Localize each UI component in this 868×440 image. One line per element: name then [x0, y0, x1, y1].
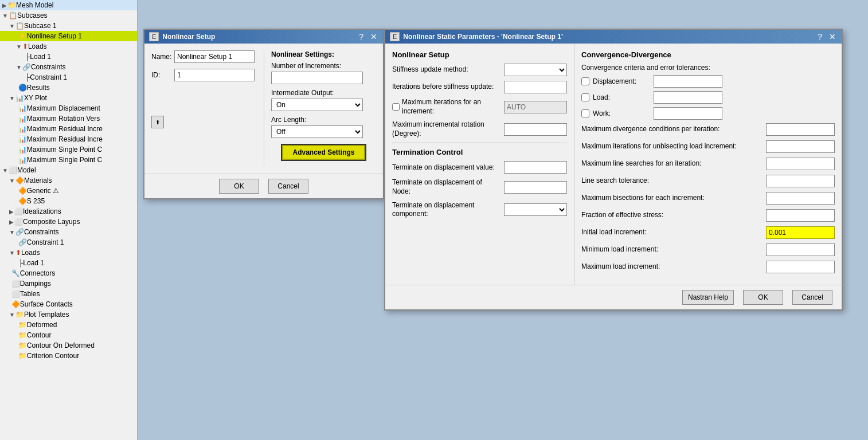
cancel-button-large[interactable]: Cancel [792, 290, 832, 305]
sidebar-item-constraints-main[interactable]: ▼ 🔗 Constraints [0, 227, 137, 237]
load-label: Load: [593, 93, 650, 101]
name-input[interactable] [174, 50, 255, 63]
displacement-checkbox[interactable] [581, 77, 589, 85]
terminate-disp-value-input[interactable] [504, 161, 567, 174]
minimum-load-increment-input[interactable] [766, 243, 835, 256]
sidebar-item-load1[interactable]: ├ Load 1 [0, 52, 137, 62]
material-icon: 🔶 [18, 197, 27, 205]
expand-icon [16, 188, 18, 194]
work-checkbox[interactable] [581, 109, 589, 117]
sidebar-item-nonlinear-setup[interactable]: ⚡ Nonlinear Setup 1 [0, 31, 137, 41]
close-button-large[interactable]: ✕ [828, 32, 837, 41]
fraction-effective-input[interactable] [766, 209, 835, 222]
sidebar-item-s235[interactable]: 🔶 S 235 [0, 196, 137, 206]
sidebar-item-max-spt1[interactable]: 📊 Maximum Single Point C [0, 144, 137, 155]
dialog-nonlinear-static: E Nonlinear Static Parameters - 'Nonline… [384, 29, 843, 311]
sidebar-item-subcase1[interactable]: ▼ 📋 Subcase 1 [0, 21, 137, 31]
sidebar-item-materials[interactable]: ▼ 🔶 Materials [0, 175, 137, 186]
sidebar-item-label: Constraint 1 [27, 238, 64, 246]
expand-icon: ▼ [9, 23, 15, 29]
maximum-load-increment-label: Maximum load increment: [581, 262, 763, 272]
sidebar-item-surface-contacts[interactable]: 🔶 Surface Contacts [0, 299, 137, 309]
chart-icon: 📊 [18, 115, 27, 123]
sidebar-item-constraint-main[interactable]: 🔗 Constraint 1 [0, 237, 137, 247]
max-iterations-input[interactable] [504, 101, 567, 113]
sidebar-item-composite[interactable]: ▶ ⬜ Composite Layups [0, 217, 137, 227]
loads-icon: ⬆ [22, 42, 28, 50]
displacement-input[interactable] [654, 75, 722, 88]
sidebar-item-max-disp[interactable]: 📊 Maximum Displacement [0, 103, 137, 113]
work-input[interactable] [654, 107, 722, 120]
max-iter-unbisect-input[interactable] [766, 140, 835, 153]
ok-button-small[interactable]: OK [219, 179, 259, 194]
terminate-disp-component-select[interactable] [504, 203, 567, 216]
collapse-area: ⬆ [151, 116, 255, 128]
max-rotation-input[interactable] [504, 123, 567, 136]
constraint-icon: 🔗 [15, 228, 24, 236]
sidebar-item-max-rotation[interactable]: 📊 Maximum Rotation Vers [0, 113, 137, 124]
sidebar-item-contour-deformed[interactable]: 📁 Contour On Deformed [0, 340, 137, 351]
id-input[interactable] [174, 69, 255, 81]
left-form: Name: ID: ⬆ [151, 50, 255, 167]
sidebar-item-max-spt2[interactable]: 📊 Maximum Single Point C [0, 155, 137, 165]
sidebar-item-criterion-contour[interactable]: 📁 Criterion Contour [0, 351, 137, 361]
load-checkbox[interactable] [581, 93, 589, 101]
advanced-settings-button[interactable]: Advanced Settings [282, 145, 365, 160]
sidebar-item-contour[interactable]: 📁 Contour [0, 330, 137, 340]
sidebar-item-constraint1[interactable]: ├ Constraint 1 [0, 72, 137, 82]
arc-length-select[interactable]: Off On [271, 125, 363, 138]
sidebar-item-max-res2[interactable]: 📊 Maximum Residual Incre [0, 134, 137, 144]
sidebar-item-xyplot[interactable]: ▼ 📊 XY Plot [0, 93, 137, 103]
sidebar-item-loads-main[interactable]: ▼ ⬆ Loads [0, 247, 137, 258]
sidebar-item-constraints-sub[interactable]: ▼ 🔗 Constraints [0, 62, 137, 72]
intermediate-output-select[interactable]: On Off [271, 99, 363, 111]
help-button-large[interactable]: ? [816, 32, 823, 41]
sidebar-item-results[interactable]: 🔵 Results [0, 82, 137, 93]
collapse-button[interactable]: ⬆ [151, 116, 164, 128]
num-increments-input[interactable] [271, 72, 363, 84]
help-button-small[interactable]: ? [358, 32, 365, 41]
cancel-button-small[interactable]: Cancel [268, 179, 308, 194]
sidebar-item-max-res1[interactable]: 📊 Maximum Residual Incre [0, 124, 137, 134]
sidebar-item-generic[interactable]: 🔶 Generic ⚠ [0, 186, 137, 196]
load-input[interactable] [654, 91, 722, 104]
iterations-before-input[interactable] [504, 81, 567, 93]
expand-icon [16, 85, 18, 91]
expand-icon [16, 343, 18, 349]
stiffness-update-select[interactable] [504, 64, 567, 76]
sidebar-item-label: Nonlinear Setup 1 [27, 32, 82, 40]
stiffness-update-label: Stiffness update method: [392, 65, 501, 74]
sidebar-item-plot-templates[interactable]: ▼ 📁 Plot Templates [0, 309, 137, 320]
close-button-small[interactable]: ✕ [369, 32, 378, 41]
sidebar-item-subcases[interactable]: ▼ 📋 Subcases [0, 10, 137, 21]
initial-load-increment-input[interactable] [766, 226, 835, 239]
chart-icon: 📊 [15, 94, 24, 102]
maximum-load-increment-input[interactable] [766, 261, 835, 273]
max-line-searches-input[interactable] [766, 158, 835, 170]
sidebar-item-label: Maximum Single Point C [27, 146, 102, 154]
sidebar-item-tables[interactable]: ⬜ Tables [0, 289, 137, 299]
fraction-effective-label: Fraction of effective stress: [581, 211, 763, 220]
nastran-help-button[interactable]: Nastran Help [682, 290, 734, 305]
max-iterations-checkbox[interactable] [392, 103, 400, 111]
sidebar-item-loads-sub[interactable]: ▼ ⬆ Loads [0, 41, 137, 52]
sidebar-item-model[interactable]: ▼ ⬜ Model [0, 165, 137, 175]
dialog-footer-large: Nastran Help OK Cancel [385, 285, 842, 309]
work-conv-row: Work: [581, 107, 835, 120]
line-search-tolerance-input[interactable] [766, 175, 835, 187]
max-divergence-input[interactable] [766, 123, 835, 136]
expand-icon [16, 353, 18, 359]
max-bisections-input[interactable] [766, 192, 835, 205]
sidebar-item-connectors[interactable]: 🔧 Connectors [0, 268, 137, 278]
sidebar-item-idealizations[interactable]: ▶ ⬜ Idealizations [0, 206, 137, 217]
expand-icon: ▶ [9, 219, 14, 225]
num-increments-group: Number of Increments: [271, 62, 376, 84]
sidebar-item-deformed[interactable]: 📁 Deformed [0, 320, 137, 330]
expand-icon [23, 54, 25, 60]
load-conv-row: Load: [581, 91, 835, 104]
sidebar-item-dampings[interactable]: ⬜ Dampings [0, 278, 137, 289]
sidebar-item-mesh-model[interactable]: ▶ 📁 Mesh Model [0, 0, 137, 10]
ok-button-large[interactable]: OK [743, 290, 783, 305]
terminate-disp-node-input[interactable] [504, 181, 567, 194]
sidebar-item-load-main[interactable]: ├ Load 1 [0, 258, 137, 268]
